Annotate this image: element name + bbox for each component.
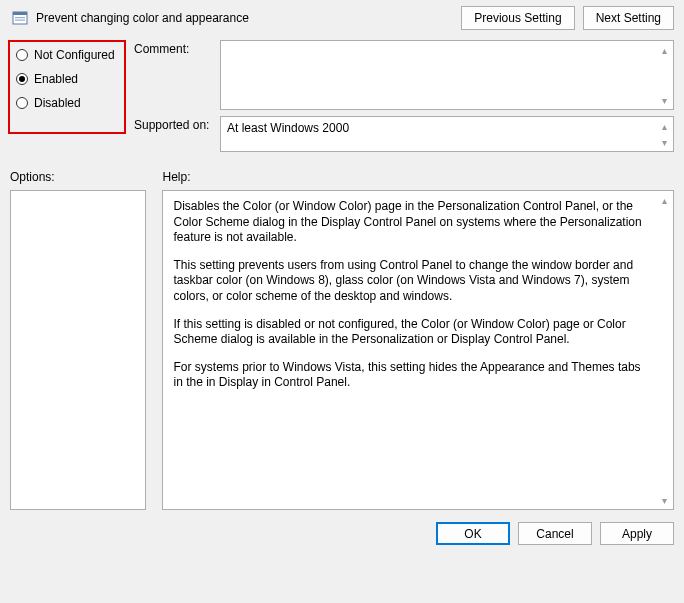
help-panel: Disables the Color (or Window Color) pag… (162, 190, 674, 510)
options-panel (10, 190, 146, 510)
help-text: Disables the Color (or Window Color) pag… (173, 199, 649, 246)
next-setting-button[interactable]: Next Setting (583, 6, 674, 30)
scroll-up-icon[interactable]: ▴ (656, 118, 672, 134)
cancel-button[interactable]: Cancel (518, 522, 592, 545)
radio-label: Enabled (34, 72, 78, 86)
help-label: Help: (162, 170, 674, 184)
ok-button[interactable]: OK (436, 522, 510, 545)
comment-label: Comment: (134, 40, 220, 56)
radio-dot-icon (16, 97, 28, 109)
radio-dot-icon (16, 73, 28, 85)
policy-title: Prevent changing color and appearance (36, 11, 453, 25)
radio-enabled[interactable]: Enabled (16, 72, 118, 86)
policy-icon (12, 10, 28, 26)
radio-label: Disabled (34, 96, 81, 110)
scroll-down-icon[interactable]: ▾ (656, 134, 672, 150)
supported-label: Supported on: (134, 116, 220, 132)
supported-on-field: At least Windows 2000 ▴ ▾ (220, 116, 674, 152)
previous-setting-button[interactable]: Previous Setting (461, 6, 574, 30)
scroll-down-icon[interactable]: ▾ (656, 492, 672, 508)
scroll-up-icon[interactable]: ▴ (656, 42, 672, 58)
help-text: This setting prevents users from using C… (173, 258, 649, 305)
scroll-down-icon[interactable]: ▾ (656, 92, 672, 108)
header-row: Prevent changing color and appearance Pr… (0, 0, 684, 40)
help-text: If this setting is disabled or not confi… (173, 317, 649, 348)
svg-rect-3 (15, 20, 25, 21)
svg-rect-2 (15, 17, 25, 18)
radio-dot-icon (16, 49, 28, 61)
supported-on-value: At least Windows 2000 (221, 117, 673, 139)
dialog-buttons: OK Cancel Apply (0, 510, 684, 545)
scroll-up-icon[interactable]: ▴ (656, 192, 672, 208)
radio-not-configured[interactable]: Not Configured (16, 48, 118, 62)
apply-button[interactable]: Apply (600, 522, 674, 545)
svg-rect-1 (13, 12, 27, 15)
options-label: Options: (10, 170, 146, 184)
comment-textarea[interactable]: ▴ ▾ (220, 40, 674, 110)
state-radio-group: Not Configured Enabled Disabled (8, 40, 126, 134)
radio-disabled[interactable]: Disabled (16, 96, 118, 110)
help-text: For systems prior to Windows Vista, this… (173, 360, 649, 391)
radio-label: Not Configured (34, 48, 115, 62)
